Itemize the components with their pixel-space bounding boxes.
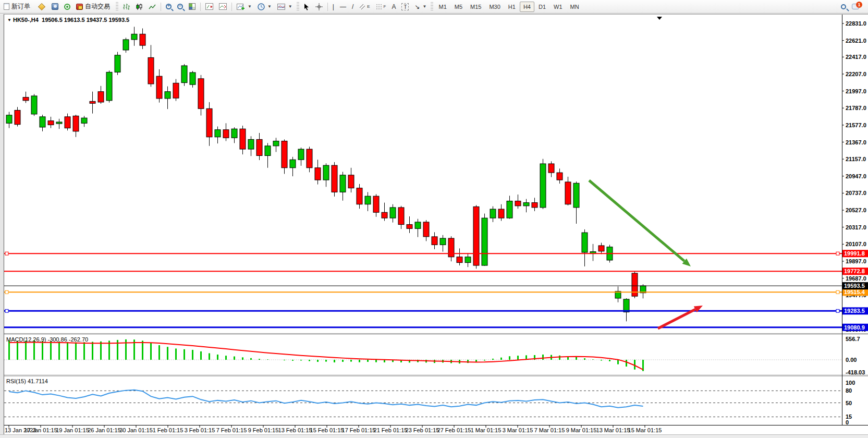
dropdown-caret-icon: ▼ (423, 4, 427, 9)
template-icon (277, 3, 286, 10)
candle-bear (565, 182, 571, 204)
tab-timeframe-m30[interactable]: M30 (485, 2, 504, 12)
date-label: 15 Mar 01:15 (628, 427, 662, 433)
candle-bull (298, 149, 304, 160)
zoom-out-button[interactable]: − (175, 1, 186, 13)
bottom-bar (0, 434, 868, 438)
zoom-in-button[interactable]: + (163, 1, 174, 13)
chart-autoscroll-icon (219, 3, 227, 10)
date-label: 13 Feb 01:15 (278, 427, 312, 433)
bar-chart-button[interactable] (120, 1, 132, 13)
dropdown-caret-icon: ▼ (288, 4, 292, 9)
line-chart-button[interactable] (146, 1, 158, 13)
toolbar-grip (116, 2, 118, 11)
chat-icon: 1 (852, 4, 859, 9)
search-button[interactable] (838, 1, 849, 13)
search-icon (841, 4, 846, 9)
vline-icon: | (333, 3, 334, 10)
bounce-arrow[interactable] (658, 309, 695, 328)
tab-timeframe-d1[interactable]: D1 (535, 2, 549, 12)
tab-timeframe-m1[interactable]: M1 (435, 2, 450, 12)
candle-bull (624, 299, 629, 312)
price-tick-label: 21787.0 (846, 105, 866, 111)
price-chart-svg[interactable]: 22831.022621.022417.022207.021997.021787… (4, 15, 868, 435)
crosshair-icon (315, 3, 323, 10)
cursor-button[interactable] (301, 1, 312, 13)
shapes-tool-button[interactable]: ↘ ▼ (412, 1, 429, 13)
crosshair-button[interactable] (313, 1, 325, 13)
candlestick-chart-button[interactable] (133, 1, 145, 13)
rsi-label: RSI(15) 41.7114 (6, 378, 48, 384)
candle-bear (48, 121, 54, 125)
profile-icon (52, 3, 58, 10)
hline-tool-button[interactable]: — (337, 1, 349, 13)
tile-windows-icon (189, 3, 195, 10)
tab-timeframe-h1[interactable]: H1 (505, 2, 519, 12)
candle-bull (6, 115, 12, 124)
label-icon: T (401, 3, 409, 10)
candle-bull (131, 34, 137, 40)
price-tick-label: 20317.0 (846, 224, 866, 230)
price-tick-label: 19897.0 (846, 258, 866, 264)
candle-bear (473, 206, 479, 265)
tab-timeframe-h4[interactable]: H4 (520, 2, 534, 12)
main-toolbar: 新订单 自动交易 + − ▼ ▼ ▼ | — (0, 0, 868, 14)
templates-button[interactable]: ▼ (275, 1, 295, 13)
profile-button[interactable] (49, 1, 61, 13)
tab-timeframe-mn[interactable]: MN (567, 2, 583, 12)
macd-label: MACD(12,26,9) -300.86 -262.70 (6, 336, 88, 343)
zoom-out-icon: − (177, 4, 183, 9)
line-handle[interactable] (5, 252, 8, 255)
line-handle[interactable] (5, 309, 8, 312)
price-tick-label: 20947.0 (846, 173, 866, 179)
text-icon: A (392, 3, 396, 10)
line-chart-icon (149, 3, 156, 10)
channel-tool-button[interactable]: E (357, 1, 372, 13)
tab-timeframe-m5[interactable]: M5 (451, 2, 466, 12)
new-order-button[interactable]: 新订单 (1, 1, 34, 13)
candle-bull (340, 175, 346, 192)
line-handle[interactable] (836, 290, 839, 294)
signals-button[interactable] (62, 1, 73, 13)
zoom-in-icon: + (166, 4, 172, 9)
candle-bear (98, 92, 104, 102)
deposit-button[interactable] (35, 1, 48, 13)
chart-window: 22831.022621.022417.022207.021997.021787… (4, 14, 868, 434)
line-handle[interactable] (5, 290, 8, 294)
fibonacci-tool-button[interactable]: F (373, 1, 389, 13)
date-label: 23 Feb 01:15 (406, 427, 439, 433)
tab-timeframe-m15[interactable]: M15 (467, 2, 485, 12)
shift-end-marker[interactable] (657, 17, 662, 20)
autotrading-button[interactable]: 自动交易 (74, 1, 114, 13)
line-handle[interactable] (836, 252, 839, 255)
clock-icon (258, 3, 265, 10)
chart-shift-button[interactable] (203, 1, 216, 13)
rsi-line (9, 390, 643, 408)
fibonacci-icon (376, 4, 383, 10)
trendline-icon: / (352, 3, 353, 10)
date-label: 17 Jan 01:15 (24, 427, 57, 433)
line-price-label: 19772.8 (844, 268, 865, 274)
hline-icon: — (340, 3, 346, 10)
candle-bear (65, 117, 70, 128)
candle-bear (557, 173, 563, 180)
tile-windows-button[interactable] (186, 1, 198, 13)
notifications-button[interactable]: 1 (849, 1, 862, 13)
candle-bear (148, 57, 154, 84)
vline-tool-button[interactable]: | (330, 1, 337, 13)
label-tool-button[interactable]: T (399, 1, 411, 13)
channel-letter: E (367, 4, 370, 9)
new-chart-button[interactable]: ▼ (234, 1, 254, 13)
line-handle[interactable] (836, 309, 839, 312)
text-tool-button[interactable]: A (389, 1, 398, 13)
periods-button[interactable]: ▼ (255, 1, 274, 13)
tab-timeframe-w1[interactable]: W1 (550, 2, 566, 12)
trendline-tool-button[interactable]: / (349, 1, 356, 13)
date-label: 9 Mar 01:15 (566, 427, 597, 433)
candle-bull (523, 203, 529, 206)
candle-bear (373, 196, 379, 212)
candle-bear (256, 139, 262, 155)
date-label: 21 Feb 01:15 (374, 427, 408, 433)
chart-autoscroll-button[interactable] (216, 1, 229, 13)
date-label: 7 Mar 01:15 (534, 427, 565, 433)
